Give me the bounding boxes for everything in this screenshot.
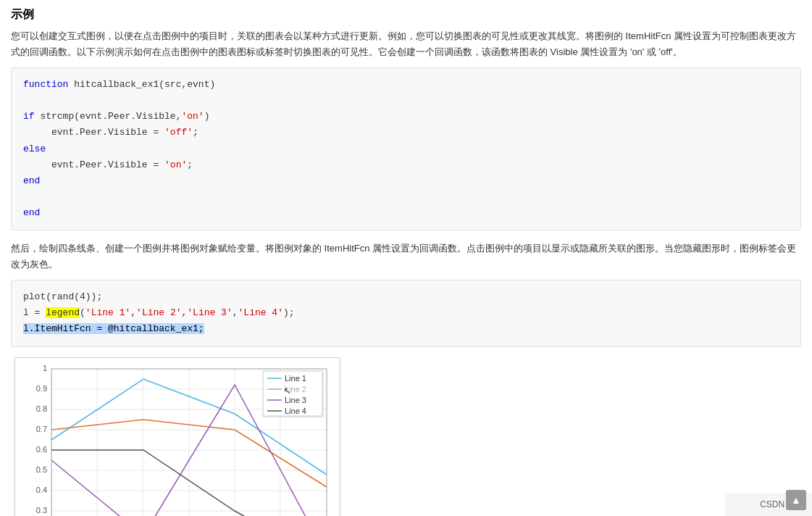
svg-text:0.7: 0.7 (36, 425, 47, 433)
svg-text:0.9: 0.9 (36, 384, 47, 393)
code-line-blank2 (23, 189, 789, 205)
kw-end1: end (23, 175, 40, 186)
code-str-off: 'off' (164, 127, 193, 138)
code-str-on2: 'on' (164, 159, 187, 170)
page-content: 示例 您可以创建交互式图例，以便在点击图例中的项目时，关联的图表会以某种方式进行… (0, 0, 812, 516)
code-line-1: function hitcallback_ex1(src,evnt) (23, 77, 789, 93)
code-block-1: function hitcallback_ex1(src,evnt) if st… (11, 67, 801, 230)
code2-str2: 'Line 2' (136, 307, 181, 318)
code2-line1: plot(rand(4)); (23, 289, 789, 305)
legend-label3: Line 3 (285, 396, 306, 404)
svg-text:0.8: 0.8 (36, 404, 47, 413)
code-line-visible-off: evnt.Peer.Visible = 'off'; (23, 125, 789, 141)
code-line-if: if strcmp(evnt.Peer.Visible,'on') (23, 109, 789, 125)
desc3-pre: 然后，绘制四条线条、创建一个图例并将图例对象赋给变量。将图例对象的 ItemHi… (11, 241, 801, 272)
kw-function: function (23, 79, 68, 90)
cursor-icon: ↖ (283, 385, 292, 396)
code-line-end2: end (23, 205, 789, 221)
code-paren-close: ) (204, 111, 210, 122)
svg-text:0.5: 0.5 (36, 465, 47, 474)
chart-container: 0 0.1 0.2 0.3 0.4 0.5 0.6 0.7 0.8 0.9 1 … (14, 357, 801, 517)
kw-if: if (23, 111, 35, 122)
code-str-on: 'on' (181, 111, 204, 122)
chart-svg: 0 0.1 0.2 0.3 0.4 0.5 0.6 0.7 0.8 0.9 1 … (14, 357, 340, 517)
legend-label4: Line 4 (285, 407, 306, 415)
code2-legend-hl: legend (46, 307, 80, 318)
kw-end2: end (23, 207, 40, 218)
code-line-else: else (23, 141, 789, 157)
code-line-blank1 (23, 93, 789, 109)
code2-str3: 'Line 3' (187, 307, 232, 318)
svg-text:0.6: 0.6 (36, 445, 47, 454)
svg-text:1: 1 (43, 364, 47, 373)
code-block-2: plot(rand(4)); l = legend('Line 1','Line… (11, 280, 801, 346)
code2-line2: l = legend('Line 1','Line 2','Line 3','L… (23, 305, 789, 321)
section-title: 示例 (11, 7, 801, 22)
scroll-to-top-button[interactable]: ▲ (786, 490, 806, 510)
code2-line3: l.ItemHitFcn = @hitcallback_ex1; (23, 321, 789, 337)
svg-text:0.4: 0.4 (36, 486, 47, 494)
svg-text:0.3: 0.3 (36, 506, 47, 515)
code-indent (23, 127, 51, 138)
code2-itemhitfcn-hl: l.ItemHitFcn = @hitcallback_ex1; (23, 323, 204, 334)
legend-label1: Line 1 (285, 374, 306, 383)
code-if-content: strcmp(evnt.Peer.Visible, (35, 111, 182, 122)
code2-str4: 'Line 4' (238, 307, 283, 318)
code-line-visible-on: evnt.Peer.Visible = 'on'; (23, 157, 789, 173)
code-fn-name: hitcallback_ex1(src,evnt) (68, 79, 215, 90)
code2-str1: 'Line 1' (85, 307, 130, 318)
code-line-end1: end (23, 173, 789, 189)
kw-else: else (23, 143, 46, 154)
code-indent2 (23, 159, 51, 170)
desc1: 您可以创建交互式图例，以便在点击图例中的项目时，关联的图表会以某种方式进行更新。… (11, 28, 801, 60)
